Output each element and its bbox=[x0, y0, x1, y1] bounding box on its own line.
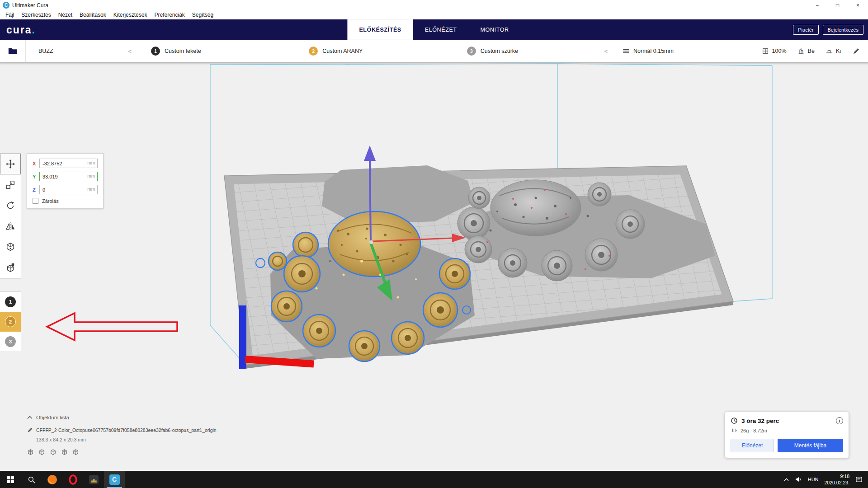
save-to-file-button[interactable]: Mentés fájlba bbox=[778, 439, 843, 452]
x-axis-label: X bbox=[33, 161, 39, 166]
model-dimensions: 138.3 x 84.2 x 20.3 mm bbox=[36, 437, 217, 442]
window-title: Ultimaker Cura bbox=[12, 2, 48, 9]
model-cube-icon bbox=[61, 449, 68, 455]
model-icons-row bbox=[27, 449, 217, 455]
gizmo-center-handle[interactable] bbox=[369, 240, 373, 244]
menu-item-beallitasok[interactable]: Beállítások bbox=[76, 12, 110, 18]
window-titlebar: C Ultimaker Cura − □ × bbox=[0, 0, 868, 10]
stage-tab-prepare[interactable]: ELŐKÉSZÍTÉS bbox=[347, 19, 413, 40]
maximize-button[interactable]: □ bbox=[827, 0, 848, 10]
tool-per-model-settings-button[interactable] bbox=[0, 237, 21, 258]
firefox-icon bbox=[47, 474, 57, 485]
rename-pencil-icon[interactable] bbox=[27, 427, 33, 433]
signin-button[interactable]: Bejelentkezés bbox=[823, 25, 864, 35]
extruder-1-badge-icon: 1 bbox=[151, 47, 160, 56]
close-button[interactable]: × bbox=[848, 0, 868, 10]
opera-taskbar-button[interactable] bbox=[62, 471, 83, 488]
menu-item-segitseg[interactable]: Segítség bbox=[189, 12, 217, 18]
y-unit-label: mm bbox=[87, 174, 95, 178]
model-file-name: CFFFP_2-Color_Octopuse067757b09fd7f058e8… bbox=[36, 427, 217, 433]
model-cube-icon bbox=[38, 449, 45, 455]
extruder-2-button[interactable]: 2 bbox=[0, 312, 21, 332]
print-settings-bar[interactable]: Normál 0.15mm 100% Be Ki bbox=[614, 40, 868, 62]
support-icon bbox=[797, 47, 805, 55]
marketplace-button[interactable]: Piactér bbox=[793, 25, 818, 35]
search-icon bbox=[28, 476, 35, 483]
support-setting[interactable]: Be bbox=[797, 47, 815, 55]
minimize-button[interactable]: − bbox=[807, 0, 827, 10]
stage-tab-monitor[interactable]: MONITOR bbox=[469, 19, 521, 40]
rotate-icon bbox=[5, 201, 15, 211]
speaker-icon[interactable] bbox=[795, 476, 802, 483]
profile-selector[interactable]: Normál 0.15mm bbox=[622, 47, 674, 55]
info-icon[interactable]: i bbox=[836, 417, 843, 424]
lock-position-checkbox[interactable] bbox=[33, 198, 38, 204]
action-center-icon[interactable] bbox=[855, 476, 863, 483]
action-panel: 3 óra 32 perc i 26g · 8.72m Előnézet Men… bbox=[725, 412, 849, 458]
menu-item-nezet[interactable]: Nézet bbox=[55, 12, 76, 18]
edit-settings-button[interactable] bbox=[853, 47, 860, 55]
move-tool-panel: X mm Y mm Z mm Zárolás bbox=[27, 153, 104, 209]
taskbar-search-button[interactable] bbox=[21, 471, 42, 488]
tray-chevron-up-icon[interactable] bbox=[784, 478, 789, 481]
extruder-tabs: 1 Custom fekete 2 Custom ARANY 3 Custom … bbox=[140, 40, 614, 62]
z-axis-label: Z bbox=[33, 187, 39, 192]
cura-taskbar-button[interactable]: C bbox=[104, 471, 125, 488]
printer-selector[interactable]: BUZZ < bbox=[26, 40, 140, 62]
app-header: cura. ELŐKÉSZÍTÉS ELŐNÉZET MONITOR Piact… bbox=[0, 19, 868, 40]
cura-taskbar-icon: C bbox=[109, 474, 120, 485]
object-list-item[interactable]: CFFFP_2-Color_Octopuse067757b09fd7f058e8… bbox=[27, 427, 217, 433]
print-time-estimate: 3 óra 32 perc bbox=[741, 418, 779, 424]
annotation-arrow bbox=[47, 313, 177, 340]
infill-setting[interactable]: 100% bbox=[762, 47, 787, 55]
collapse-printer-icon[interactable]: < bbox=[126, 48, 133, 55]
extruder-3-material: Custom szürke bbox=[481, 48, 518, 54]
system-tray: HUN 9:18 2020.02.23. bbox=[784, 473, 868, 486]
viewport-3d[interactable] bbox=[0, 62, 868, 471]
extruder-3-button[interactable]: 3 bbox=[0, 332, 21, 352]
extruder-tab-1[interactable]: 1 Custom fekete bbox=[140, 40, 298, 62]
adhesion-setting[interactable]: Ki bbox=[826, 47, 841, 55]
object-list-toggle[interactable]: Objektum lista bbox=[27, 415, 217, 420]
preview-button[interactable]: Előnézet bbox=[731, 439, 774, 452]
tool-move-button[interactable] bbox=[0, 154, 21, 174]
taskbar-clock[interactable]: 9:18 2020.02.23. bbox=[825, 473, 849, 486]
mirror-icon bbox=[5, 221, 15, 231]
language-indicator[interactable]: HUN bbox=[808, 477, 819, 482]
printer-name: BUZZ bbox=[38, 48, 53, 54]
extruder-tab-2[interactable]: 2 Custom ARANY bbox=[298, 40, 456, 62]
menu-bar: Fájl Szerkesztés Nézet Beállítások Kiter… bbox=[0, 10, 868, 19]
extruder-2-badge-icon: 2 bbox=[309, 47, 318, 56]
game-taskbar-button[interactable] bbox=[83, 471, 104, 488]
menu-item-fajl[interactable]: Fájl bbox=[2, 12, 18, 18]
start-button[interactable] bbox=[0, 471, 21, 488]
model-cube-icon bbox=[50, 449, 57, 455]
firefox-taskbar-button[interactable] bbox=[42, 471, 62, 488]
tool-mirror-button[interactable] bbox=[0, 216, 21, 237]
adhesion-icon bbox=[826, 47, 833, 55]
clock-time: 9:18 bbox=[825, 473, 849, 479]
windows-taskbar: C HUN 9:18 2020.02.23. bbox=[0, 471, 868, 488]
tool-scale-button[interactable] bbox=[0, 174, 21, 195]
layers-icon bbox=[622, 47, 630, 55]
menu-item-preferenciak[interactable]: Preferenciák bbox=[151, 12, 188, 18]
extruder-1-button[interactable]: 1 bbox=[0, 292, 21, 312]
material-usage-estimate: 26g · 8.72m bbox=[741, 428, 767, 433]
scale-icon bbox=[5, 180, 15, 190]
tool-column bbox=[0, 153, 21, 279]
menu-item-kiterjesztesek[interactable]: Kiterjesztések bbox=[110, 12, 151, 18]
tool-rotate-button[interactable] bbox=[0, 195, 21, 216]
extruder-tab-3[interactable]: 3 Custom szürke < bbox=[456, 40, 614, 62]
collapse-extruders-icon[interactable]: < bbox=[602, 48, 609, 55]
tool-support-blocker-button[interactable] bbox=[0, 258, 21, 278]
stage-tab-preview[interactable]: ELŐNÉZET bbox=[413, 19, 469, 40]
extruder-select-column: 1 2 3 bbox=[0, 291, 21, 352]
opera-icon bbox=[68, 474, 78, 485]
open-file-button[interactable] bbox=[0, 40, 26, 62]
game-icon bbox=[89, 474, 99, 485]
model-cube-icon bbox=[72, 449, 79, 455]
cura-logo: cura. bbox=[6, 24, 36, 36]
menu-item-szerkesztes[interactable]: Szerkesztés bbox=[18, 12, 54, 18]
lock-position-label: Zárolás bbox=[42, 198, 59, 204]
clock-icon bbox=[731, 417, 738, 424]
